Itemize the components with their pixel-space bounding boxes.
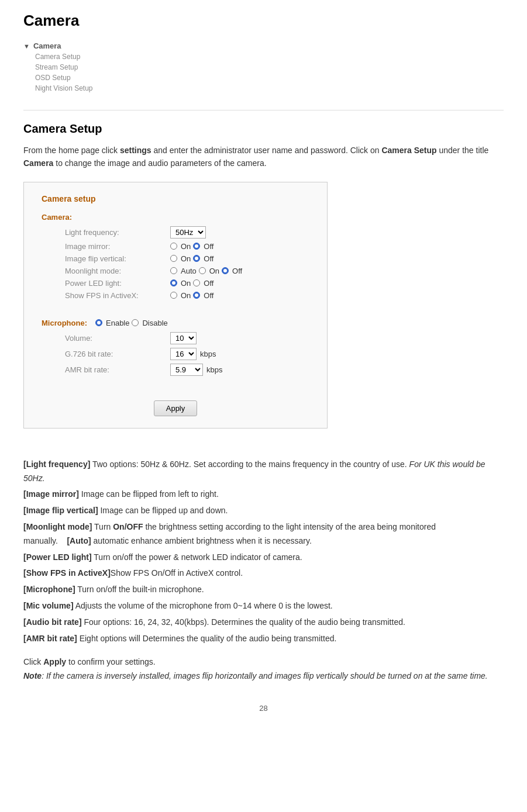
moonlight-on-radio[interactable] <box>199 267 206 274</box>
power-led-label: Power LED light: <box>65 279 170 288</box>
image-flip-off-radio[interactable] <box>193 255 200 262</box>
camera-setup-description: From the home page click settings and en… <box>23 144 504 170</box>
show-fps-off-radio[interactable] <box>193 292 200 299</box>
image-flip-on-label: On <box>181 254 191 263</box>
g726-control[interactable]: 16 243240 kbps <box>170 348 216 360</box>
image-mirror-on-label: On <box>181 242 191 251</box>
image-mirror-control: On Off <box>170 242 213 251</box>
divider-1 <box>23 110 504 110</box>
g726-select[interactable]: 16 243240 <box>170 348 197 360</box>
image-mirror-label: Image mirror: <box>65 242 170 251</box>
show-fps-off-label: Off <box>204 291 213 300</box>
show-fps-on-label: On <box>181 291 191 300</box>
microphone-enable-label: Enable <box>106 319 129 327</box>
footnote-amr-bit-rate: [AMR bit rate] Eight options will Determ… <box>23 632 504 646</box>
footnote-light-frequency: [Light frequency] Two options: 50Hz & 60… <box>23 458 504 486</box>
image-flip-on-radio[interactable] <box>170 255 177 262</box>
nav-item-osd-setup[interactable]: OSD Setup <box>35 74 504 82</box>
light-frequency-select[interactable]: 50Hz 60Hz <box>170 226 206 239</box>
moonlight-off-radio[interactable] <box>222 267 229 274</box>
moonlight-off-label: Off <box>232 267 242 275</box>
footnote-microphone: [Microphone] Turn on/off the built-in mi… <box>23 583 504 597</box>
microphone-disable-radio[interactable] <box>132 319 139 326</box>
g726-unit: kbps <box>200 350 216 358</box>
microphone-enable-control: Enable Disable <box>95 319 168 327</box>
microphone-disable-label: Disable <box>142 319 167 327</box>
amr-label: AMR bit rate: <box>65 365 170 374</box>
moonlight-row: Moonlight mode: Auto On Off <box>65 267 309 275</box>
click-apply-note: Click Apply to confirm your settings. <box>23 657 504 666</box>
footnote-power-led: [Power LED light] Turn on/off the power … <box>23 551 504 565</box>
image-flip-off-label: Off <box>204 254 213 263</box>
footnote-mic-volume: [Mic volume] Adjusts the volume of the m… <box>23 599 504 613</box>
nav-camera-label: Camera <box>33 42 61 50</box>
image-mirror-off-label: Off <box>204 242 213 251</box>
power-led-row: Power LED light: On Off <box>65 279 309 288</box>
footnote-moonlight: [Moonlight mode] Turn On/OFF the brightn… <box>23 520 504 548</box>
power-led-off-label: Off <box>204 279 213 288</box>
power-led-on-label: On <box>181 279 191 288</box>
g726-label: G.726 bit rate: <box>65 350 170 358</box>
nav-section: ▼ Camera Camera Setup Stream Setup OSD S… <box>23 42 504 92</box>
volume-label: Volume: <box>65 334 170 343</box>
light-frequency-label: Light frequency: <box>65 228 170 237</box>
amr-unit: kbps <box>206 365 222 374</box>
show-fps-label: Show FPS in ActiveX: <box>65 291 170 300</box>
g726-row: G.726 bit rate: 16 243240 kbps <box>65 348 309 360</box>
amr-select[interactable]: 5.9 4.755.156.7 7.47.9510.212.2 <box>170 364 203 376</box>
footnote-audio-bit-rate: [Audio bit rate] Four options: 16, 24, 3… <box>23 616 504 630</box>
image-mirror-row: Image mirror: On Off <box>65 242 309 251</box>
italic-note: Note: If the camera is inversely install… <box>23 671 504 680</box>
image-mirror-on-radio[interactable] <box>170 243 177 250</box>
power-led-off-radio[interactable] <box>193 279 200 286</box>
camera-setup-heading: Camera Setup <box>23 122 504 136</box>
show-fps-row: Show FPS in ActiveX: On Off <box>65 291 309 300</box>
camera-setup-box: Camera setup Camera: Light frequency: 50… <box>23 182 328 429</box>
power-led-on-radio[interactable] <box>170 279 177 286</box>
amr-row: AMR bit rate: 5.9 4.755.156.7 7.47.9510.… <box>65 364 309 376</box>
volume-control[interactable]: 10 0123 4567 891112 1314 <box>170 332 197 344</box>
moonlight-auto-label: Auto <box>181 267 197 275</box>
nav-item-night-vision-setup[interactable]: Night Vision Setup <box>35 84 504 92</box>
volume-row: Volume: 10 0123 4567 891112 1314 <box>65 332 309 344</box>
moonlight-label: Moonlight mode: <box>65 267 170 275</box>
page-title: Camera <box>23 12 504 30</box>
footnote-image-flip: [Image flip vertical] Image can be flipp… <box>23 504 504 518</box>
camera-section-label: Camera: <box>42 213 309 222</box>
image-flip-row: Image flip vertical: On Off <box>65 254 309 263</box>
moonlight-on-label: On <box>209 267 219 275</box>
volume-select[interactable]: 10 0123 4567 891112 1314 <box>170 332 197 344</box>
footnote-section: [Light frequency] Two options: 50Hz & 60… <box>23 458 504 646</box>
apply-button[interactable]: Apply <box>154 400 198 416</box>
moonlight-auto-radio[interactable] <box>170 267 177 274</box>
microphone-enable-radio[interactable] <box>95 319 102 326</box>
show-fps-control: On Off <box>170 291 213 300</box>
footnote-image-mirror: [Image mirror] Image can be flipped from… <box>23 488 504 502</box>
microphone-section-label: Microphone: <box>42 319 87 327</box>
light-frequency-row: Light frequency: 50Hz 60Hz <box>65 226 309 239</box>
power-led-control: On Off <box>170 279 213 288</box>
image-flip-control: On Off <box>170 254 213 263</box>
triangle-icon: ▼ <box>23 43 30 50</box>
page-number: 28 <box>23 704 504 713</box>
image-mirror-off-radio[interactable] <box>193 243 200 250</box>
nav-item-stream-setup[interactable]: Stream Setup <box>35 63 504 71</box>
amr-control[interactable]: 5.9 4.755.156.7 7.47.9510.212.2 kbps <box>170 364 222 376</box>
show-fps-on-radio[interactable] <box>170 292 177 299</box>
box-title: Camera setup <box>42 194 309 203</box>
footnote-show-fps: [Show FPS in ActiveX]Show FPS On/Off in … <box>23 566 504 581</box>
light-frequency-control[interactable]: 50Hz 60Hz <box>170 226 206 239</box>
image-flip-label: Image flip vertical: <box>65 254 170 263</box>
nav-item-camera-setup[interactable]: Camera Setup <box>35 53 504 61</box>
nav-items: Camera Setup Stream Setup OSD Setup Nigh… <box>35 53 504 92</box>
moonlight-control: Auto On Off <box>170 267 242 275</box>
